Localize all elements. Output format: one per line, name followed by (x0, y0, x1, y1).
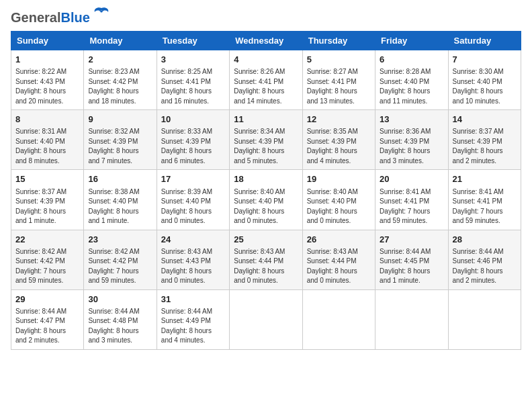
calendar-cell: 13Sunrise: 8:36 AMSunset: 4:39 PMDayligh… (375, 110, 448, 170)
weekday-header-friday: Friday (375, 32, 448, 50)
cell-content: Sunrise: 8:43 AMSunset: 4:44 PMDaylight:… (234, 248, 285, 285)
calendar-cell: 12Sunrise: 8:35 AMSunset: 4:39 PMDayligh… (302, 110, 375, 170)
cell-content: Sunrise: 8:44 AMSunset: 4:45 PMDaylight:… (380, 248, 431, 285)
cell-content: Sunrise: 8:30 AMSunset: 4:40 PMDaylight:… (453, 68, 504, 105)
calendar-cell (448, 289, 521, 349)
day-number: 3 (161, 54, 225, 66)
calendar-cell: 24Sunrise: 8:43 AMSunset: 4:43 PMDayligh… (157, 230, 229, 289)
calendar-cell: 25Sunrise: 8:43 AMSunset: 4:44 PMDayligh… (230, 230, 302, 289)
day-number: 28 (453, 234, 517, 246)
cell-content: Sunrise: 8:34 AMSunset: 4:39 PMDaylight:… (234, 128, 285, 165)
logo-general-text: General (11, 10, 60, 25)
calendar-cell: 17Sunrise: 8:39 AMSunset: 4:40 PMDayligh… (157, 170, 229, 230)
cell-content: Sunrise: 8:32 AMSunset: 4:39 PMDaylight:… (88, 128, 139, 165)
page-header: GeneralBlue (11, 11, 521, 24)
calendar-cell: 11Sunrise: 8:34 AMSunset: 4:39 PMDayligh… (230, 110, 302, 170)
day-number: 19 (307, 173, 371, 185)
cell-content: Sunrise: 8:42 AMSunset: 4:42 PMDaylight:… (88, 248, 139, 285)
calendar-cell (230, 289, 302, 349)
calendar-week-row: 29Sunrise: 8:44 AMSunset: 4:47 PMDayligh… (11, 289, 521, 349)
calendar-week-row: 22Sunrise: 8:42 AMSunset: 4:42 PMDayligh… (11, 230, 521, 289)
day-number: 11 (234, 113, 298, 126)
calendar-cell: 26Sunrise: 8:43 AMSunset: 4:44 PMDayligh… (302, 230, 375, 289)
day-number: 4 (234, 54, 298, 66)
calendar-week-row: 8Sunrise: 8:31 AMSunset: 4:40 PMDaylight… (11, 110, 521, 170)
day-number: 13 (380, 113, 443, 126)
calendar-cell (375, 289, 448, 349)
calendar-cell: 23Sunrise: 8:42 AMSunset: 4:42 PMDayligh… (84, 230, 157, 289)
day-number: 5 (307, 54, 371, 66)
calendar-cell: 31Sunrise: 8:44 AMSunset: 4:49 PMDayligh… (157, 289, 229, 349)
day-number: 30 (88, 293, 152, 306)
day-number: 29 (15, 293, 79, 306)
calendar-cell: 19Sunrise: 8:40 AMSunset: 4:40 PMDayligh… (302, 170, 375, 230)
calendar-cell: 2Sunrise: 8:23 AMSunset: 4:42 PMDaylight… (84, 50, 157, 110)
day-number: 7 (453, 54, 517, 66)
cell-content: Sunrise: 8:31 AMSunset: 4:40 PMDaylight:… (15, 128, 66, 165)
day-number: 12 (307, 113, 371, 126)
calendar-cell: 7Sunrise: 8:30 AMSunset: 4:40 PMDaylight… (448, 50, 521, 110)
calendar-week-row: 1Sunrise: 8:22 AMSunset: 4:43 PMDaylight… (11, 50, 521, 110)
calendar-cell: 18Sunrise: 8:40 AMSunset: 4:40 PMDayligh… (230, 170, 302, 230)
cell-content: Sunrise: 8:39 AMSunset: 4:40 PMDaylight:… (161, 188, 212, 225)
logo-blue-text: Blue (60, 10, 89, 25)
calendar-cell (302, 289, 375, 349)
calendar-cell: 30Sunrise: 8:44 AMSunset: 4:48 PMDayligh… (84, 289, 157, 349)
day-number: 14 (453, 113, 517, 126)
calendar-cell: 21Sunrise: 8:41 AMSunset: 4:41 PMDayligh… (448, 170, 521, 230)
day-number: 10 (161, 113, 225, 126)
calendar-week-row: 15Sunrise: 8:37 AMSunset: 4:39 PMDayligh… (11, 170, 521, 230)
day-number: 22 (15, 234, 79, 246)
cell-content: Sunrise: 8:33 AMSunset: 4:39 PMDaylight:… (161, 128, 212, 165)
cell-content: Sunrise: 8:40 AMSunset: 4:40 PMDaylight:… (234, 188, 285, 225)
day-number: 9 (88, 113, 152, 126)
cell-content: Sunrise: 8:25 AMSunset: 4:41 PMDaylight:… (161, 68, 212, 105)
calendar-cell: 4Sunrise: 8:26 AMSunset: 4:41 PMDaylight… (230, 50, 302, 110)
calendar-cell: 10Sunrise: 8:33 AMSunset: 4:39 PMDayligh… (157, 110, 229, 170)
day-number: 26 (307, 234, 371, 246)
calendar-cell: 29Sunrise: 8:44 AMSunset: 4:47 PMDayligh… (11, 289, 84, 349)
calendar-cell: 3Sunrise: 8:25 AMSunset: 4:41 PMDaylight… (157, 50, 229, 110)
weekday-header-thursday: Thursday (302, 32, 375, 50)
cell-content: Sunrise: 8:41 AMSunset: 4:41 PMDaylight:… (380, 188, 431, 225)
cell-content: Sunrise: 8:27 AMSunset: 4:41 PMDaylight:… (307, 68, 358, 105)
day-number: 27 (380, 234, 443, 246)
day-number: 1 (15, 54, 79, 66)
calendar-cell: 15Sunrise: 8:37 AMSunset: 4:39 PMDayligh… (11, 170, 84, 230)
calendar-cell: 16Sunrise: 8:38 AMSunset: 4:40 PMDayligh… (84, 170, 157, 230)
cell-content: Sunrise: 8:40 AMSunset: 4:40 PMDaylight:… (307, 188, 358, 225)
cell-content: Sunrise: 8:44 AMSunset: 4:46 PMDaylight:… (453, 248, 504, 285)
calendar-cell: 20Sunrise: 8:41 AMSunset: 4:41 PMDayligh… (375, 170, 448, 230)
cell-content: Sunrise: 8:37 AMSunset: 4:39 PMDaylight:… (453, 128, 504, 165)
cell-content: Sunrise: 8:26 AMSunset: 4:41 PMDaylight:… (234, 68, 285, 105)
cell-content: Sunrise: 8:42 AMSunset: 4:42 PMDaylight:… (15, 248, 66, 285)
day-number: 24 (161, 234, 225, 246)
day-number: 31 (161, 293, 225, 306)
weekday-header-tuesday: Tuesday (157, 32, 229, 50)
cell-content: Sunrise: 8:44 AMSunset: 4:48 PMDaylight:… (88, 308, 139, 345)
cell-content: Sunrise: 8:43 AMSunset: 4:43 PMDaylight:… (161, 248, 212, 285)
logo-bird-icon (92, 7, 111, 23)
day-number: 18 (234, 173, 298, 185)
cell-content: Sunrise: 8:35 AMSunset: 4:39 PMDaylight:… (307, 128, 358, 165)
calendar-cell: 14Sunrise: 8:37 AMSunset: 4:39 PMDayligh… (448, 110, 521, 170)
day-number: 23 (88, 234, 152, 246)
weekday-header-monday: Monday (84, 32, 157, 50)
day-number: 17 (161, 173, 225, 185)
weekday-header-row: SundayMondayTuesdayWednesdayThursdayFrid… (11, 32, 521, 50)
cell-content: Sunrise: 8:22 AMSunset: 4:43 PMDaylight:… (15, 68, 66, 105)
day-number: 6 (380, 54, 443, 66)
day-number: 20 (380, 173, 443, 185)
calendar-cell: 22Sunrise: 8:42 AMSunset: 4:42 PMDayligh… (11, 230, 84, 289)
calendar-cell: 9Sunrise: 8:32 AMSunset: 4:39 PMDaylight… (84, 110, 157, 170)
day-number: 16 (88, 173, 152, 185)
weekday-header-sunday: Sunday (11, 32, 84, 50)
calendar-cell: 28Sunrise: 8:44 AMSunset: 4:46 PMDayligh… (448, 230, 521, 289)
calendar-cell: 27Sunrise: 8:44 AMSunset: 4:45 PMDayligh… (375, 230, 448, 289)
cell-content: Sunrise: 8:38 AMSunset: 4:40 PMDaylight:… (88, 188, 139, 225)
cell-content: Sunrise: 8:36 AMSunset: 4:39 PMDaylight:… (380, 128, 431, 165)
calendar-cell: 6Sunrise: 8:28 AMSunset: 4:40 PMDaylight… (375, 50, 448, 110)
cell-content: Sunrise: 8:44 AMSunset: 4:47 PMDaylight:… (15, 308, 66, 345)
calendar-table: SundayMondayTuesdayWednesdayThursdayFrid… (11, 31, 521, 350)
calendar-cell: 8Sunrise: 8:31 AMSunset: 4:40 PMDaylight… (11, 110, 84, 170)
